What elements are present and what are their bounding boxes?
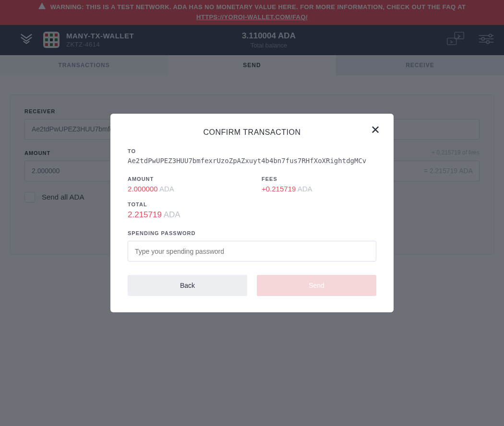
close-icon[interactable]: ✕ — [371, 124, 380, 136]
modal-fees-value: +0.215719 ADA — [262, 185, 376, 193]
send-button[interactable]: Send — [257, 275, 376, 296]
spending-password-label: SPENDING PASSWORD — [128, 230, 376, 236]
modal-amount-value: 2.000000 ADA — [128, 185, 242, 193]
modal-fees-number: +0.215719 — [262, 185, 296, 193]
confirm-transaction-modal: CONFIRM TRANSACTION ✕ TO Ae2tdPwUPEZ3HUU… — [110, 114, 394, 312]
modal-overlay[interactable]: CONFIRM TRANSACTION ✕ TO Ae2tdPwUPEZ3HUU… — [0, 0, 504, 426]
modal-total-value: 2.215719 ADA — [128, 210, 376, 220]
modal-amount-label: AMOUNT — [128, 176, 242, 182]
modal-total-unit: ADA — [164, 210, 180, 219]
modal-title: CONFIRM TRANSACTION — [128, 128, 376, 137]
to-address: Ae2tdPwUPEZ3HUU7bmfexrUzoZpAZxuyt4b4bn7f… — [128, 157, 376, 165]
back-button[interactable]: Back — [128, 275, 247, 296]
modal-fees-label: FEES — [262, 176, 376, 182]
modal-fees-unit: ADA — [298, 185, 312, 193]
modal-amount-number: 2.000000 — [128, 185, 158, 193]
to-label: TO — [128, 148, 376, 154]
modal-total-label: TOTAL — [128, 201, 376, 207]
modal-amount-unit: ADA — [159, 185, 174, 193]
modal-total-number: 2.215719 — [128, 210, 162, 219]
spending-password-input[interactable] — [128, 241, 376, 261]
